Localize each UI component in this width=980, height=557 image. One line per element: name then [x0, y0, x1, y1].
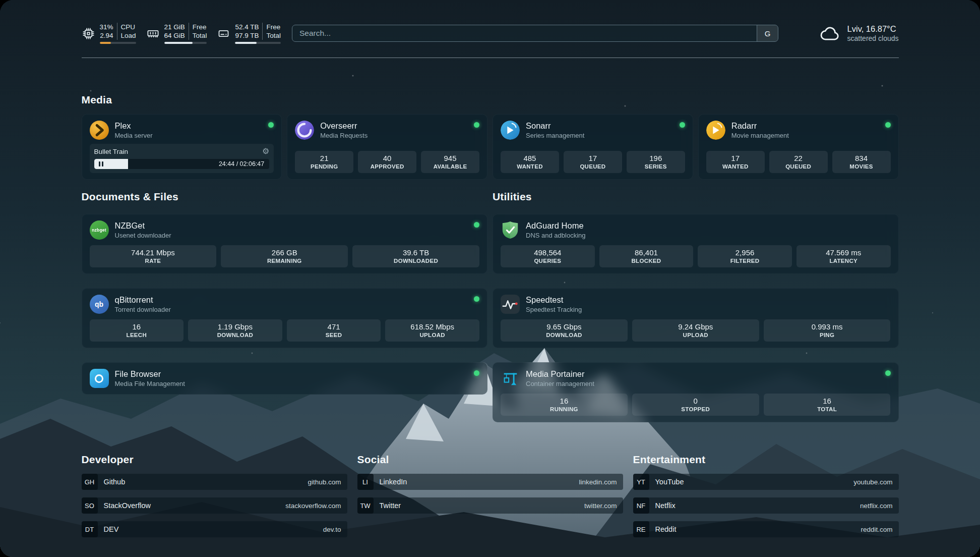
stat-box: 498,564 QUERIES — [501, 245, 595, 267]
weather-condition: scattered clouds — [847, 34, 899, 43]
app-name: Radarr — [731, 121, 789, 131]
speedtest-icon — [501, 295, 520, 314]
disk-progress-bar — [235, 42, 281, 44]
weather-widget[interactable]: Lviv, 16.87°C scattered clouds — [819, 24, 899, 43]
app-card-nzbget[interactable]: nzbget NZBGet Usenet downloader 744.21 M… — [82, 214, 488, 274]
app-card-adguard[interactable]: AdGuard Home DNS and adblocking 498,564 … — [493, 214, 899, 274]
cpu-icon — [82, 27, 95, 40]
cpu-progress-fill — [100, 42, 111, 44]
gear-icon[interactable]: ⚙ — [262, 147, 269, 155]
search-input[interactable] — [292, 25, 757, 41]
section-title-media: Media — [82, 94, 899, 106]
app-card-portainer[interactable]: Media Portainer Container management 16 … — [493, 362, 899, 422]
github-icon: GH — [82, 474, 98, 490]
netflix-icon: NF — [633, 497, 649, 514]
metric-memory: 21 GiB 64 GiB Free Total — [146, 23, 207, 44]
overseerr-icon — [295, 121, 314, 140]
app-card-qbittorrent[interactable]: qb qBittorrent Torrent downloader 16 LEE… — [82, 288, 488, 348]
stat-box: 22 QUEUED — [769, 151, 828, 173]
ram-free-value: 21 GiB — [164, 23, 185, 31]
cpu-usage-label: CPU — [121, 23, 136, 31]
cpu-load-label: Load — [121, 31, 136, 40]
ram-total-value: 64 GiB — [164, 31, 185, 40]
disk-icon — [217, 27, 230, 40]
bookmark-twitter[interactable]: TW Twitter twitter.com — [357, 497, 623, 514]
app-name: AdGuard Home — [526, 221, 586, 231]
playback-time: 24:44 / 02:06:47 — [219, 160, 264, 168]
stat-box: 0 STOPPED — [632, 394, 759, 416]
playback-progress-bar[interactable]: 24:44 / 02:06:47 — [94, 159, 270, 169]
dev-icon: DT — [82, 521, 98, 537]
stat-box: 16 TOTAL — [764, 394, 891, 416]
app-card-sonarr[interactable]: Sonarr Series management 485 WANTED 17 Q… — [493, 114, 693, 180]
bookmark-youtube[interactable]: YT YouTube youtube.com — [633, 474, 899, 490]
bookmark-url: youtube.com — [853, 478, 898, 486]
twitter-icon: TW — [357, 497, 374, 514]
documents-section: Documents & Files nzbget NZBGet Usenet d… — [82, 191, 488, 422]
app-subtitle: Movie management — [731, 132, 789, 139]
stat-box: 17 WANTED — [706, 151, 765, 173]
app-subtitle: Speedtest Tracking — [526, 306, 582, 313]
youtube-icon: YT — [633, 474, 649, 490]
stat-box: 47.569 ms LATENCY — [797, 245, 891, 267]
ram-progress-fill — [164, 42, 193, 44]
section-title-utilities: Utilities — [493, 191, 899, 203]
bookmark-netflix[interactable]: NF Netflix netflix.com — [633, 497, 899, 514]
stat-box: 40 APPROVED — [358, 151, 416, 173]
app-card-overseerr[interactable]: Overseerr Media Requests 21 PENDING 40 A… — [287, 114, 487, 180]
stat-box: 2,956 FILTERED — [698, 245, 792, 267]
bookmark-linkedin[interactable]: LI LinkedIn linkedin.com — [357, 474, 623, 490]
bookmark-github[interactable]: GH Github github.com — [82, 474, 347, 490]
stat-box: 834 MOVIES — [832, 151, 891, 173]
disk-total-label: Total — [266, 31, 281, 40]
bookmarks-social: Social LI LinkedIn linkedin.com TW Twitt… — [357, 454, 623, 545]
reddit-icon: RE — [633, 521, 649, 537]
stat-box: 9.65 Gbps DOWNLOAD — [501, 319, 628, 342]
stat-box: 0.993 ms PING — [764, 319, 891, 342]
bookmarks-developer: Developer GH Github github.com SO StackO… — [82, 454, 347, 545]
app-subtitle: Usenet downloader — [115, 232, 171, 239]
stat-box: 196 SERIES — [627, 151, 685, 173]
app-name: Media Portainer — [526, 369, 594, 379]
bookmark-name: Reddit — [655, 525, 677, 533]
ram-progress-bar — [164, 42, 207, 44]
weather-location-temp: Lviv, 16.87°C — [847, 24, 899, 34]
plex-now-playing: Bullet Train ⚙ 24:44 / 02:06:47 — [90, 144, 274, 173]
search-bar: G — [292, 25, 778, 42]
search-engine-button[interactable]: G — [757, 25, 778, 41]
bookmark-name: YouTube — [655, 478, 684, 486]
disk-total-value: 97.9 TB — [235, 31, 259, 40]
pause-icon[interactable] — [99, 161, 103, 166]
portainer-icon — [501, 369, 520, 388]
section-title-social: Social — [357, 454, 623, 466]
bookmark-name: DEV — [104, 525, 119, 533]
app-subtitle: Torrent downloader — [115, 306, 171, 313]
section-title-entertainment: Entertainment — [633, 454, 899, 466]
status-online-dot — [885, 370, 891, 376]
stat-box: 86,401 BLOCKED — [599, 245, 694, 267]
metric-cpu: 31% 2.94 CPU Load — [82, 23, 136, 44]
app-card-speedtest[interactable]: Speedtest Speedtest Tracking 9.65 Gbps D… — [493, 288, 899, 348]
bookmarks-entertainment: Entertainment YT YouTube youtube.com NF … — [633, 454, 899, 545]
bookmark-name: Netflix — [655, 502, 676, 510]
app-name: Sonarr — [526, 121, 584, 131]
stat-box: 16 RUNNING — [501, 394, 628, 416]
bookmark-url: github.com — [308, 478, 347, 486]
app-subtitle: Media Requests — [320, 132, 368, 139]
stat-box: 945 AVAILABLE — [421, 151, 479, 173]
app-card-radarr[interactable]: Radarr Movie management 17 WANTED 22 QUE… — [698, 114, 899, 180]
status-online-dot — [474, 296, 479, 302]
bookmark-reddit[interactable]: RE Reddit reddit.com — [633, 521, 899, 537]
bookmark-stackoverflow[interactable]: SO StackOverflow stackoverflow.com — [82, 497, 347, 514]
app-subtitle: Container management — [526, 380, 594, 387]
bookmark-dev[interactable]: DT DEV dev.to — [82, 521, 347, 537]
section-title-developer: Developer — [82, 454, 347, 466]
disk-progress-fill — [235, 42, 257, 44]
app-card-plex[interactable]: Plex Media server Bullet Train ⚙ 24:44 /… — [82, 114, 282, 180]
app-name: NZBGet — [115, 221, 171, 231]
bookmark-url: stackoverflow.com — [285, 502, 347, 510]
cloud-icon — [819, 25, 841, 42]
app-card-filebrowser[interactable]: File Browser Media File Management — [82, 362, 488, 395]
app-name: qBittorrent — [115, 295, 171, 305]
qbittorrent-icon: qb — [90, 295, 109, 314]
